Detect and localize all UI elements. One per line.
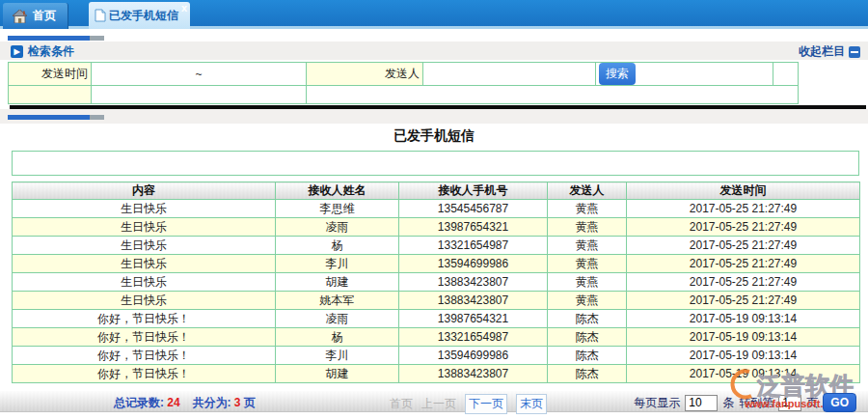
cell-content: 生日快乐 bbox=[13, 237, 276, 255]
sms-table: 内容 接收人姓名 接收人手机号 发送人 发送时间 生日快乐 李思维 135454… bbox=[12, 182, 860, 383]
pages-count: 3 bbox=[234, 396, 241, 409]
table-header-row: 内容 接收人姓名 接收人手机号 发送人 发送时间 bbox=[13, 182, 860, 200]
table-row[interactable]: 你好，节日快乐！ 李川 13594699986 陈杰 2017-05-19 09… bbox=[13, 347, 860, 365]
records-summary: 总记录数: 24 共分为: 3 页 bbox=[114, 395, 256, 411]
scroll-indicator-top bbox=[8, 36, 104, 41]
table-row[interactable]: 生日快乐 杨 13321654987 黄燕 2017-05-25 21:27:4… bbox=[13, 237, 860, 255]
table-row[interactable]: 生日快乐 李思维 13545456787 黄燕 2017-05-25 21:27… bbox=[13, 200, 860, 218]
page-size-input[interactable] bbox=[685, 395, 718, 411]
cell-send-time: 2017-05-25 21:27:49 bbox=[627, 200, 860, 218]
table-row[interactable]: 生日快乐 姚本军 13883423807 黄燕 2017-05-25 21:27… bbox=[13, 292, 860, 310]
table-row[interactable]: 你好，节日快乐！ 胡建 13883423807 陈杰 2017-05-19 09… bbox=[13, 365, 860, 383]
cell-recipient-phone: 13883423807 bbox=[399, 292, 548, 310]
search-panel-title[interactable]: ▶ 检索条件 bbox=[11, 43, 74, 60]
table-row[interactable]: 生日快乐 凌雨 13987654321 黄燕 2017-05-25 21:27:… bbox=[13, 218, 860, 237]
goto-page-input[interactable] bbox=[778, 395, 801, 411]
cell-sender: 黄燕 bbox=[548, 200, 627, 218]
cell-recipient-name: 凌雨 bbox=[276, 310, 399, 328]
cell-send-time: 2017-05-25 21:27:49 bbox=[627, 273, 860, 292]
cell-content: 你好，节日快乐！ bbox=[13, 365, 276, 383]
cell-sender: 黄燕 bbox=[548, 218, 627, 237]
footer-bar: 总记录数: 24 共分为: 3 页 首页 上一页 下一页 末页 每页显示 条 转… bbox=[0, 391, 868, 412]
cell-content: 生日快乐 bbox=[13, 200, 276, 218]
go-button[interactable]: GO bbox=[823, 393, 856, 412]
cell-content: 你好，节日快乐！ bbox=[13, 328, 276, 347]
send-time-range[interactable]: ~ bbox=[92, 63, 307, 86]
page-title: 已发手机短信 bbox=[0, 127, 868, 145]
cell-send-time: 2017-05-25 21:27:49 bbox=[627, 255, 860, 273]
form-empty-cell-1 bbox=[92, 86, 307, 104]
search-button-cell: 搜索 bbox=[596, 63, 773, 86]
next-page-button[interactable]: 下一页 bbox=[465, 394, 507, 414]
table-row[interactable]: 生日快乐 李川 13594699986 黄燕 2017-05-25 21:27:… bbox=[13, 255, 860, 273]
header-recipient-name: 接收人姓名 bbox=[276, 182, 399, 200]
cell-sender: 黄燕 bbox=[548, 237, 627, 255]
table-row[interactable]: 生日快乐 胡建 13883423807 黄燕 2017-05-25 21:27:… bbox=[13, 273, 860, 292]
cell-content: 你好，节日快乐！ bbox=[13, 310, 276, 328]
cell-content: 生日快乐 bbox=[13, 255, 276, 273]
document-icon bbox=[95, 9, 106, 22]
cell-content: 生日快乐 bbox=[13, 273, 276, 292]
cell-recipient-name: 凌雨 bbox=[276, 218, 399, 237]
cell-recipient-name: 杨 bbox=[276, 328, 399, 347]
search-button[interactable]: 搜索 bbox=[599, 63, 636, 85]
page-unit-label: 页 bbox=[806, 395, 818, 411]
gray-band bbox=[0, 109, 868, 124]
collapse-icon bbox=[849, 46, 860, 58]
goto-label: 转到第 bbox=[739, 395, 773, 411]
cell-send-time: 2017-05-19 09:13:14 bbox=[627, 310, 860, 328]
cell-send-time: 2017-05-25 21:27:49 bbox=[627, 292, 860, 310]
cell-recipient-name: 胡建 bbox=[276, 365, 399, 383]
search-panel-header: ▶ 检索条件 收起栏目 bbox=[0, 42, 868, 60]
cell-send-time: 2017-05-19 09:13:14 bbox=[627, 328, 860, 347]
tab-home-label: 首页 bbox=[33, 8, 56, 24]
tab-sent-sms[interactable]: 已发手机短信 x bbox=[89, 2, 190, 29]
cell-recipient-phone: 13321654987 bbox=[399, 328, 548, 347]
header-content: 内容 bbox=[13, 182, 276, 200]
cell-recipient-phone: 13594699986 bbox=[399, 255, 548, 273]
cell-sender: 陈杰 bbox=[548, 365, 627, 383]
cell-content: 你好，节日快乐！ bbox=[13, 347, 276, 365]
tab-home[interactable]: 首页 bbox=[3, 3, 68, 29]
home-icon bbox=[13, 10, 27, 23]
cell-sender: 黄燕 bbox=[548, 273, 627, 292]
cell-recipient-name: 姚本军 bbox=[276, 292, 399, 310]
header-recipient-phone: 接收人手机号 bbox=[399, 182, 548, 200]
records-count: 24 bbox=[167, 396, 179, 409]
cell-send-time: 2017-05-19 09:13:14 bbox=[627, 365, 860, 383]
cell-recipient-phone: 13321654987 bbox=[399, 237, 548, 255]
header-sender: 发送人 bbox=[548, 182, 627, 200]
cell-recipient-name: 李川 bbox=[276, 255, 399, 273]
first-page-link[interactable]: 首页 bbox=[390, 396, 413, 412]
sender-cell bbox=[423, 63, 596, 86]
cell-recipient-name: 李川 bbox=[276, 347, 399, 365]
cell-content: 生日快乐 bbox=[13, 292, 276, 310]
cell-recipient-name: 胡建 bbox=[276, 273, 399, 292]
table-row[interactable]: 你好，节日快乐！ 凌雨 13987654321 陈杰 2017-05-19 09… bbox=[13, 310, 860, 328]
cell-sender: 黄燕 bbox=[548, 292, 627, 310]
cell-sender: 黄燕 bbox=[548, 255, 627, 273]
last-page-button[interactable]: 末页 bbox=[516, 394, 547, 414]
page-size-label: 每页显示 bbox=[634, 395, 680, 411]
form-empty-label bbox=[9, 86, 92, 104]
table-row[interactable]: 你好，节日快乐！ 杨 13321654987 陈杰 2017-05-19 09:… bbox=[13, 328, 860, 347]
tab-sent-sms-label: 已发手机短信 bbox=[109, 8, 178, 24]
prev-page-link[interactable]: 上一页 bbox=[421, 396, 456, 412]
cell-sender: 陈杰 bbox=[548, 310, 627, 328]
cell-recipient-phone: 13594699986 bbox=[399, 347, 548, 365]
cell-send-time: 2017-05-25 21:27:49 bbox=[627, 218, 860, 237]
cell-sender: 陈杰 bbox=[548, 347, 627, 365]
cell-recipient-phone: 13987654321 bbox=[399, 218, 548, 237]
cell-recipient-phone: 13883423807 bbox=[399, 273, 548, 292]
tab-bar: 首页 已发手机短信 x bbox=[0, 0, 868, 29]
sender-input[interactable] bbox=[423, 64, 595, 85]
cell-send-time: 2017-05-25 21:27:49 bbox=[627, 237, 860, 255]
sender-label: 发送人 bbox=[307, 63, 423, 86]
cell-recipient-phone: 13545456787 bbox=[399, 200, 548, 218]
collapse-columns[interactable]: 收起栏目 bbox=[799, 43, 860, 60]
search-form: 发送时间 ~ 发送人 搜索 bbox=[8, 62, 799, 104]
tab-close-icon[interactable]: x bbox=[181, 3, 187, 14]
cell-content: 生日快乐 bbox=[13, 218, 276, 237]
form-empty-cell-2 bbox=[307, 86, 799, 104]
cell-recipient-name: 李思维 bbox=[276, 200, 399, 218]
